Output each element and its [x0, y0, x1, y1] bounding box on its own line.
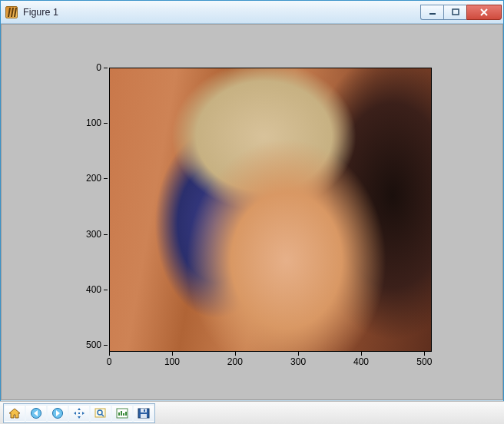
x-tick-label: 100	[164, 356, 180, 367]
zoom-button[interactable]	[91, 405, 111, 422]
home-icon	[8, 407, 22, 419]
forward-button[interactable]	[48, 405, 68, 422]
save-button[interactable]	[134, 405, 154, 422]
y-tick-label: 200	[86, 173, 101, 184]
close-button[interactable]	[466, 5, 502, 20]
y-axis: 0 100 200 300 400 500	[65, 68, 108, 352]
plot-area: 0 100 200 300 400 500 0 100 200 300 400 …	[65, 55, 467, 386]
home-button[interactable]	[5, 405, 25, 422]
navigation-toolbar	[0, 401, 504, 424]
zoom-icon	[94, 407, 108, 419]
minimize-button[interactable]	[420, 5, 443, 20]
window-title: Figure 1	[23, 7, 58, 18]
minimize-icon	[429, 9, 436, 15]
svg-rect-10	[141, 414, 147, 418]
y-tick-label: 100	[86, 118, 101, 128]
svg-rect-1	[453, 9, 459, 15]
close-icon	[479, 8, 489, 16]
axes[interactable]	[109, 68, 432, 352]
x-tick-label: 300	[290, 356, 306, 367]
maximize-icon	[452, 8, 459, 15]
y-tick-label: 0	[96, 62, 101, 73]
move-icon	[72, 407, 86, 419]
toolbar-group	[3, 403, 155, 423]
x-tick-label: 0	[107, 356, 112, 367]
x-tick-label: 400	[353, 356, 369, 367]
window-controls	[420, 5, 502, 20]
x-axis: 0 100 200 300 400 500	[109, 353, 432, 376]
x-tick-label: 500	[416, 356, 432, 367]
subplots-button[interactable]	[112, 405, 132, 422]
titlebar: Figure 1	[1, 1, 503, 24]
x-tick-label: 200	[227, 356, 243, 367]
y-tick-label: 400	[86, 284, 101, 295]
arrow-right-icon	[51, 407, 65, 419]
figure-canvas[interactable]: 0 100 200 300 400 500 0 100 200 300 400 …	[1, 24, 503, 400]
back-button[interactable]	[26, 405, 46, 422]
pan-button[interactable]	[69, 405, 89, 422]
maximize-button[interactable]	[443, 5, 466, 20]
app-icon	[5, 6, 18, 18]
arrow-left-icon	[29, 407, 43, 419]
svg-rect-11	[144, 409, 145, 412]
y-tick-label: 500	[86, 340, 101, 350]
y-tick-label: 300	[86, 229, 101, 240]
displayed-image	[110, 68, 431, 351]
save-icon	[137, 407, 151, 419]
svg-rect-0	[429, 13, 436, 15]
configure-icon	[115, 407, 129, 419]
